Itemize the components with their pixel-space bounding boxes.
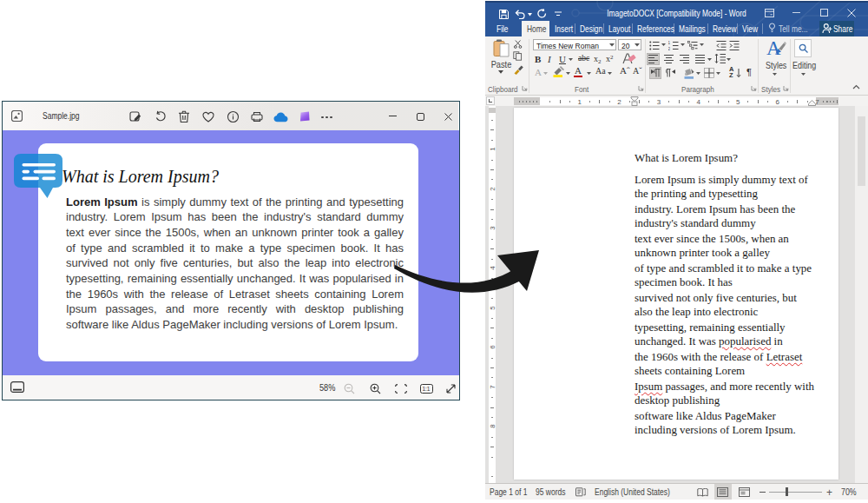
svg-text:1:1: 1:1	[422, 386, 430, 392]
svg-text:1: 1	[668, 41, 671, 45]
svg-text:2: 2	[668, 47, 671, 50]
